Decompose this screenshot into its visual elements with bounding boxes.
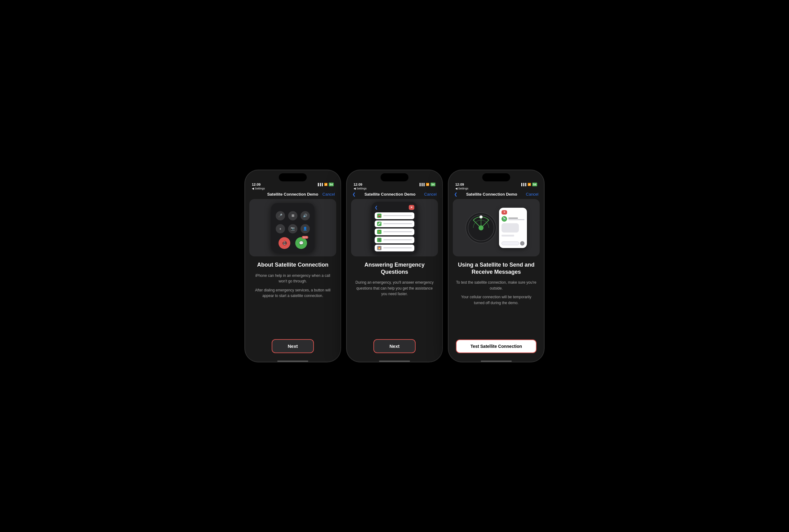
eq-screen: ❮ ✕ 🚗 🩹 🧍 ➕ (372, 202, 417, 254)
status-time-1: 12:09 (252, 183, 261, 186)
eq-option-3[interactable]: 🧍 (375, 228, 414, 235)
status-bar-3: 12:09 ▐▐▐ 📶 54 (449, 182, 544, 186)
bottom-area-1: Next (245, 336, 340, 359)
signal-icon-2: ▐▐▐ (419, 183, 425, 186)
call-buttons-row: 🎤 ⊞ 🔊 (275, 211, 311, 221)
sat-header-line-2 (508, 219, 524, 220)
sat-msg-header: 📡 (502, 216, 524, 222)
screen-body-1: iPhone can help in an emergency when a c… (252, 273, 333, 299)
body-p1-1: iPhone can help in an emergency when a c… (252, 273, 333, 284)
sat-compass (466, 212, 496, 243)
sat-bubble-line (502, 235, 514, 236)
bottom-area-2: Next (347, 336, 442, 359)
home-indicator-3 (481, 361, 512, 362)
phone-2: 12:09 ▐▐▐ 📶 54 ◀ Settings ❮ Satellite Co… (346, 170, 443, 362)
eq-icon-car: 🚗 (377, 214, 381, 218)
screen-title-2: Answering Emergency Questions (354, 261, 435, 275)
settings-back-3[interactable]: ◀ Settings (449, 186, 544, 190)
settings-back-2[interactable]: ◀ Settings (347, 186, 442, 190)
cancel-btn-3[interactable]: Cancel (526, 192, 539, 196)
add-call-btn: + (276, 224, 285, 233)
call-badge: SOS (302, 236, 308, 239)
screen-title-1: About Satellite Connection (257, 261, 328, 268)
battery-icon-2: 54 (431, 183, 435, 186)
battery-icon-3: 54 (532, 183, 537, 186)
status-bar-1: 12:09 ▐▐▐ 📶 54 (245, 182, 340, 186)
phone-3: 12:09 ▐▐▐ 📶 54 ◀ Settings ❮ Satellite Co… (448, 170, 544, 362)
eq-option-1[interactable]: 🚗 (375, 212, 414, 219)
sat-input-row: ↑ (502, 241, 524, 246)
eq-header: ❮ ✕ (375, 205, 414, 210)
keypad-btn: ⊞ (288, 211, 297, 221)
signal-icon-1: ▐▐▐ (317, 183, 323, 186)
eq-icon-med: 🩹 (377, 222, 381, 226)
call-end-btn[interactable]: 📵 (279, 237, 290, 249)
body-p2-3: Your cellular connection will be tempora… (456, 294, 537, 306)
mute-btn: 🎤 (276, 211, 285, 221)
video-btn: 📷 (288, 224, 297, 233)
nav-bar-1: Satellite Connection Demo Cancel (245, 190, 340, 199)
nav-title-1: Satellite Connection Demo (267, 192, 318, 196)
nav-title-3: Satellite Connection Demo (466, 192, 517, 196)
phones-container: 12:09 ▐▐▐ 📶 54 ◀ Settings Satellite Conn… (239, 157, 550, 375)
settings-back-1[interactable]: ◀ Settings (245, 186, 340, 190)
call-action-row: 📵 💬 SOS (275, 237, 311, 249)
phone-1: 12:09 ▐▐▐ 📶 54 ◀ Settings Satellite Conn… (245, 170, 341, 362)
eq-line-3 (383, 231, 412, 232)
call-answer-btn[interactable]: 💬 SOS (295, 237, 307, 249)
sat-message-phone: ✕ 📡 ↑ (499, 208, 527, 248)
call-buttons-row-2: + 📷 👤 (275, 224, 311, 233)
wifi-icon-1: 📶 (324, 183, 327, 186)
back-btn-3[interactable]: ❮ (454, 192, 457, 196)
eq-option-2[interactable]: 🩹 (375, 221, 414, 227)
svg-point-3 (478, 225, 484, 230)
sat-input-bar[interactable] (502, 242, 519, 245)
eq-x-btn: ✕ (409, 205, 414, 210)
eq-line-2 (383, 223, 412, 224)
bottom-area-3: Test Satellite Connection (449, 336, 544, 359)
call-screen: 🎤 ⊞ 🔊 + 📷 👤 📵 💬 SOS (271, 203, 315, 253)
speaker-btn: 🔊 (301, 211, 310, 221)
illustration-1: 🎤 ⊞ 🔊 + 📷 👤 📵 💬 SOS (249, 199, 336, 256)
body-p1-2: During an emergency, you'll answer emerg… (354, 280, 435, 297)
test-satellite-button[interactable]: Test Satellite Connection (456, 340, 537, 353)
home-indicator-2 (379, 361, 410, 362)
back-btn-2[interactable]: ❮ (352, 192, 356, 196)
eq-option-4[interactable]: ➕ (375, 236, 414, 243)
next-button-2[interactable]: Next (373, 339, 416, 353)
sat-header-lines (508, 217, 524, 220)
status-bar-2: 12:09 ▐▐▐ 📶 54 (347, 182, 442, 186)
eq-line-5 (383, 247, 412, 248)
sat-x-btn: ✕ (502, 210, 507, 214)
sat-header-line-1 (508, 217, 518, 218)
home-indicator-1 (277, 361, 308, 362)
eq-option-5[interactable]: 🔥 (375, 245, 414, 251)
illustration-2: ❮ ✕ 🚗 🩹 🧍 ➕ (351, 199, 438, 256)
next-button-1[interactable]: Next (272, 339, 314, 353)
contacts-btn: 👤 (301, 224, 310, 233)
sat-avatar: 📡 (502, 216, 507, 222)
dynamic-island-1 (279, 173, 307, 182)
status-icons-1: ▐▐▐ 📶 54 (317, 183, 334, 186)
sat-send-btn[interactable]: ↑ (520, 241, 524, 246)
screen-body-3: To test the satellite connection, make s… (456, 280, 537, 306)
content-area-3: Using a Satellite to Send and Receive Me… (449, 256, 544, 336)
eq-line-4 (383, 239, 412, 240)
sat-container: ✕ 📡 ↑ (466, 208, 527, 248)
eq-line-1 (383, 215, 412, 216)
body-p1-3: To test the satellite connection, make s… (456, 280, 537, 291)
status-time-2: 12:09 (354, 183, 362, 186)
cancel-btn-2[interactable]: Cancel (424, 192, 437, 196)
illustration-3: ✕ 📡 ↑ (453, 199, 540, 256)
screen-title-3: Using a Satellite to Send and Receive Me… (456, 261, 537, 275)
nav-title-2: Satellite Connection Demo (364, 192, 416, 196)
status-time-3: 12:09 (455, 183, 464, 186)
body-p2-1: After dialing emergency services, a butt… (252, 287, 333, 299)
cancel-btn-1[interactable]: Cancel (322, 192, 335, 196)
status-icons-2: ▐▐▐ 📶 54 (419, 183, 435, 186)
nav-bar-3: ❮ Satellite Connection Demo Cancel (449, 190, 544, 199)
eq-icon-other: 🔥 (377, 246, 381, 250)
sat-bubble (502, 223, 519, 232)
content-area-2: Answering Emergency Questions During an … (347, 256, 442, 336)
content-area-1: About Satellite Connection iPhone can he… (245, 256, 340, 336)
